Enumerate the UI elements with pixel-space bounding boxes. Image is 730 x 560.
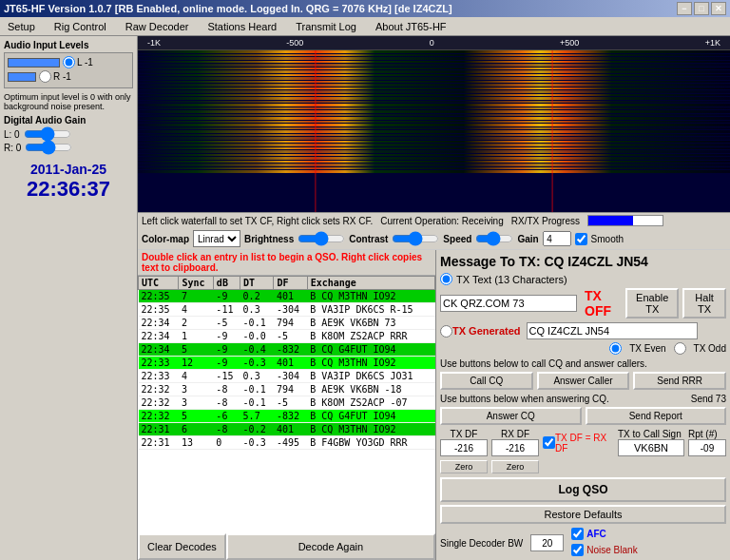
zero-btn-1[interactable]: Zero (440, 460, 488, 473)
answer-caller-button[interactable]: Answer Caller (537, 372, 630, 390)
menu-rig-control[interactable]: Rig Control (50, 17, 110, 35)
rx-df-input[interactable] (491, 439, 539, 456)
table-row[interactable]: 22:334-150.3-304B VA3IP DK6CS JO31 (139, 370, 435, 383)
svg-rect-11 (138, 87, 730, 89)
table-row[interactable]: 22:316-8-0.2401B CQ M3THN IO92 (139, 423, 435, 436)
table-row[interactable]: 22:3312-9-0.3401B CQ M3THN IO92 (139, 357, 435, 370)
col-dt: DT (240, 277, 274, 290)
tx-text-row: TX Text (13 Characters) (440, 273, 726, 285)
l1-label[interactable]: L -1 (63, 56, 93, 68)
table-row[interactable]: 22:341-9-0.0-5B K8OM ZS2ACP RRR (139, 330, 435, 343)
col-db: dB (213, 277, 240, 290)
rpt-field: Rpt (#) (688, 429, 726, 456)
decode-table-container[interactable]: UTC Sync dB DT DF Exchange 22:357-90.240… (138, 276, 435, 533)
tx-text-radio[interactable] (440, 273, 452, 285)
clear-decodes-button[interactable]: Clear Decodes (138, 533, 226, 560)
call-cq-button[interactable]: Call CQ (440, 372, 533, 390)
zero-btn-row: Zero Zero (440, 460, 726, 473)
menu-about[interactable]: About JT65-HF (372, 17, 451, 35)
tx-generated-label: TX Generated (452, 325, 521, 337)
r1-radio[interactable] (39, 70, 51, 83)
col-sync: Sync (179, 277, 213, 290)
even-odd-row: TX Even TX Odd (440, 342, 726, 355)
table-row[interactable]: 22:345-9-0.4-832B CQ G4FUT IO94 (139, 343, 435, 357)
gain-label: Gain (517, 234, 538, 244)
zero-btn-2[interactable]: Zero (491, 460, 539, 473)
tx-odd-radio[interactable] (674, 342, 686, 355)
gain-r-slider[interactable] (25, 141, 72, 154)
tx-even-radio[interactable] (609, 342, 622, 355)
brightness-slider[interactable] (298, 232, 345, 245)
tx-df-eq-checkbox[interactable] (543, 436, 555, 449)
svg-rect-10 (138, 84, 730, 87)
close-button[interactable]: ✕ (711, 2, 726, 15)
waterfall-svg (138, 50, 730, 212)
col-df: DF (274, 277, 307, 290)
window-controls[interactable]: − □ ✕ (677, 2, 726, 15)
minimize-button[interactable]: − (677, 2, 692, 15)
tx-text-input[interactable] (440, 295, 577, 312)
decode-again-button[interactable]: Decode Again (226, 533, 435, 560)
menu-stations-heard[interactable]: Stations Heard (203, 17, 280, 35)
tx-generated-radio[interactable] (440, 325, 452, 338)
svg-rect-4 (138, 64, 730, 67)
level-r-row: R -1 (8, 70, 129, 83)
table-row[interactable]: 22:325-65.7-832B CQ G4FUT IO94 (139, 410, 435, 423)
table-row[interactable]: 22:357-90.2401B CQ M3THN IO92 (139, 290, 435, 303)
callsign-label: TX to Call Sign (618, 429, 684, 439)
send-report-button[interactable]: Send Report (586, 407, 727, 425)
menu-transmit-log[interactable]: Transmit Log (292, 17, 360, 35)
maximize-button[interactable]: □ (694, 2, 709, 15)
tx-even-label: TX Even (629, 343, 665, 354)
noise-blank-checkbox[interactable] (571, 544, 584, 556)
speed-slider[interactable] (475, 232, 513, 245)
svg-rect-33 (138, 161, 730, 163)
menu-setup[interactable]: Setup (4, 17, 39, 35)
enable-tx-button[interactable]: Enable TX (625, 288, 679, 319)
gain-spinner[interactable] (543, 231, 571, 246)
svg-rect-6 (138, 70, 730, 73)
table-row[interactable]: 22:31130-0.3-495B F4GBW YO3GD RRR (139, 436, 435, 450)
table-row[interactable]: 22:354-110.3-304B VA3IP DK6CS R-15 (139, 303, 435, 317)
rx-df-label: RX DF (501, 429, 529, 439)
send-rrr-button[interactable]: Send RRR (633, 372, 726, 390)
answering-btn-row: Answer CQ Send Report (440, 407, 726, 425)
level-l-row: L -1 (8, 56, 129, 68)
colormap-select[interactable]: Linrad (193, 230, 240, 247)
restore-defaults-button[interactable]: Restore Defaults (440, 505, 726, 524)
tx-df-input[interactable] (440, 439, 488, 456)
menu-raw-decoder[interactable]: Raw Decoder (122, 17, 193, 35)
table-row[interactable]: 22:323-8-0.1-5B K8OM ZS2ACP -07 (139, 396, 435, 410)
gain-l-slider[interactable] (24, 127, 71, 141)
tx-generated-input[interactable] (527, 322, 698, 339)
level-r-bar (8, 72, 36, 82)
main-container: Audio Input Levels L -1 R -1 Optimum inp… (0, 36, 730, 560)
answering-cq-label: Use buttons below when answering CQ. (440, 394, 609, 404)
title-text: JT65-HF Version 1.0.7 [RB Enabled, onlin… (4, 3, 452, 14)
decoder-bw-input[interactable] (530, 534, 564, 551)
msg-header: Message To TX: CQ IZ4CZL JN54 (440, 254, 726, 269)
rpt-input[interactable] (688, 439, 726, 456)
callsign-field: TX to Call Sign (618, 429, 684, 456)
contrast-slider[interactable] (392, 232, 439, 245)
halt-tx-button[interactable]: Halt TX (682, 288, 726, 319)
answer-cq-button[interactable]: Answer CQ (440, 407, 582, 425)
table-row[interactable]: 22:342-5-0.1794B AE9K VK6BN 73 (139, 317, 435, 330)
callsign-input[interactable] (618, 439, 684, 456)
svg-rect-32 (138, 157, 730, 160)
l1-radio[interactable] (63, 56, 75, 68)
gain-l-row: L: 0 (4, 127, 133, 141)
waterfall-display[interactable] (138, 50, 730, 212)
svg-rect-13 (138, 94, 730, 96)
decode-section: Double click an entry in list to begin a… (138, 250, 435, 560)
table-row[interactable]: 22:323-8-0.1794B AE9K VK6BN -18 (139, 383, 435, 396)
log-qso-button[interactable]: Log QSO (440, 477, 726, 502)
r1-label[interactable]: R -1 (39, 70, 71, 83)
colormap-label: Color-map (142, 234, 189, 244)
svg-rect-36 (138, 170, 730, 173)
svg-rect-21 (138, 121, 730, 123)
svg-rect-8 (138, 77, 730, 80)
smooth-checkbox[interactable] (575, 233, 587, 245)
afc-checkbox[interactable] (571, 528, 584, 540)
date-display: 2011-Jan-25 (4, 162, 133, 177)
